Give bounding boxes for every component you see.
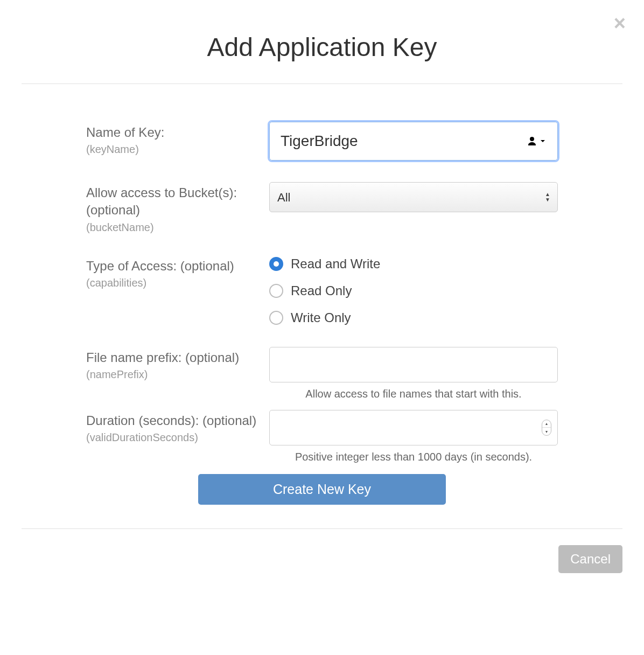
bucket-select[interactable]: All: [269, 182, 558, 212]
radio-read-write[interactable]: Read and Write: [269, 256, 558, 271]
label-key-name: Name of Key: (keyName): [86, 122, 269, 156]
row-access: Type of Access: (optional) (capabilities…: [86, 255, 558, 325]
duration-hint: Positive integer less than 1000 days (in…: [269, 451, 558, 463]
close-icon[interactable]: ×: [614, 13, 626, 33]
key-name-input[interactable]: [269, 122, 558, 161]
cancel-button[interactable]: Cancel: [558, 545, 622, 573]
create-new-key-button[interactable]: Create New Key: [198, 474, 446, 505]
row-duration: Duration (seconds): (optional) (validDur…: [86, 410, 558, 463]
number-spinner: ▴ ▾: [542, 420, 551, 436]
footer: Cancel: [22, 545, 622, 573]
row-bucket: Allow access to Bucket(s): (optional) (b…: [86, 182, 558, 234]
radio-indicator: [269, 257, 283, 271]
prefix-input[interactable]: [269, 347, 558, 382]
footer-divider: [22, 528, 622, 529]
radio-write-only[interactable]: Write Only: [269, 310, 558, 325]
radio-read-only[interactable]: Read Only: [269, 283, 558, 298]
label-prefix: File name prefix: (optional) (namePrefix…: [86, 347, 269, 381]
spinner-up[interactable]: ▴: [542, 420, 551, 428]
row-prefix: File name prefix: (optional) (namePrefix…: [86, 347, 558, 400]
prefix-hint: Allow access to file names that start wi…: [269, 388, 558, 400]
duration-input[interactable]: [269, 410, 558, 445]
spinner-down[interactable]: ▾: [542, 428, 551, 435]
radio-indicator: [269, 284, 283, 298]
row-key-name: Name of Key: (keyName): [86, 122, 558, 161]
radio-indicator: [269, 311, 283, 325]
label-bucket: Allow access to Bucket(s): (optional) (b…: [86, 182, 269, 234]
modal-title: Add Application Key: [22, 32, 622, 62]
label-access: Type of Access: (optional) (capabilities…: [86, 255, 269, 289]
submit-row: Create New Key: [86, 474, 558, 505]
form: Name of Key: (keyName) Allow access to B…: [22, 122, 622, 505]
access-radio-group: Read and Write Read Only Write Only: [269, 255, 558, 325]
label-duration: Duration (seconds): (optional) (validDur…: [86, 410, 269, 444]
divider: [22, 83, 622, 84]
add-application-key-modal: × Add Application Key Name of Key: (keyN…: [0, 0, 644, 595]
